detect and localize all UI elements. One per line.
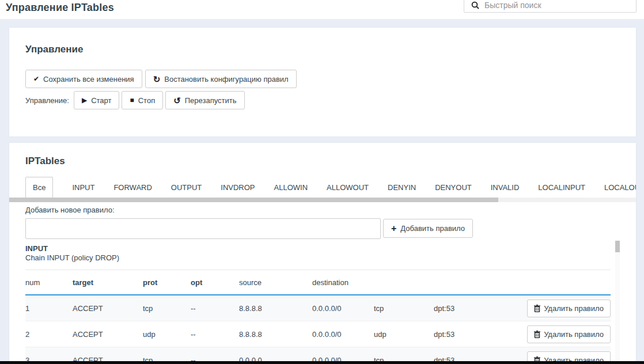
cell-num: 2 — [25, 330, 73, 339]
bottom-edge-bar — [0, 361, 644, 364]
quick-search-box[interactable] — [464, 0, 637, 13]
chain-tabs: Все INPUT FORWARD OUTPUT INVDROP ALLOWIN… — [25, 177, 636, 198]
start-label: Старт — [91, 96, 111, 105]
cell-target: ACCEPT — [73, 304, 143, 313]
cell-destination: 0.0.0.0/0 — [312, 304, 374, 313]
cell-extra-prot: tcp — [374, 304, 434, 313]
iptables-card-title: IPTables — [25, 156, 636, 167]
cell-opt: -- — [191, 330, 239, 339]
rules-table: INPUT Chain INPUT (policy DROP) num targ… — [25, 244, 611, 364]
chain-name: INPUT — [25, 244, 611, 253]
save-all-label: Сохранить все изменения — [43, 75, 134, 84]
add-rule-button[interactable]: + Добавить правило — [383, 219, 473, 238]
chain-info: Chain INPUT (policy DROP) — [25, 253, 611, 263]
cell-prot: udp — [143, 330, 191, 339]
cell-extra-port: dpt:53 — [434, 304, 526, 313]
restore-config-button[interactable]: ↻ Востановить конфигурацию правил — [145, 70, 297, 88]
control-label: Управление: — [25, 96, 69, 105]
tab-localoutput[interactable]: LOCALOUTPUT — [604, 183, 636, 192]
tab-output[interactable]: OUTPUT — [171, 183, 202, 192]
search-icon — [471, 1, 479, 9]
table-row: 1 ACCEPT tcp -- 8.8.8.8 0.0.0.0/0 tcp dp… — [25, 295, 611, 321]
table-vertical-scrollbar[interactable] — [615, 240, 620, 364]
cell-extra-prot: udp — [374, 330, 434, 339]
tabs-scrollbar-thumb[interactable] — [9, 198, 498, 202]
tab-allowout[interactable]: ALLOWOUT — [327, 183, 369, 192]
trash-icon — [534, 305, 540, 312]
quick-search-input[interactable] — [484, 0, 630, 10]
tab-all[interactable]: Все — [25, 177, 53, 198]
tab-forward[interactable]: FORWARD — [113, 183, 151, 192]
restart-icon: ↺ — [173, 96, 181, 105]
table-scrollbar-thumb[interactable] — [615, 241, 620, 252]
stop-button[interactable]: ■ Стоп — [122, 91, 163, 109]
cell-target: ACCEPT — [73, 330, 143, 339]
refresh-icon: ↻ — [153, 75, 161, 84]
table-header-row: num target prot opt source destination — [25, 270, 611, 295]
col-target: target — [73, 278, 143, 287]
start-button[interactable]: ▶ Старт — [74, 91, 120, 109]
restore-config-label: Востановить конфигурацию правил — [164, 75, 288, 84]
save-all-button[interactable]: ✔ Сохранить все изменения — [25, 70, 142, 88]
tabs-horizontal-scrollbar[interactable] — [9, 198, 636, 202]
delete-rule-button[interactable]: Удалить правило — [527, 325, 611, 343]
tab-invdrop[interactable]: INVDROP — [221, 183, 255, 192]
tab-input[interactable]: INPUT — [72, 183, 94, 192]
col-source: source — [239, 278, 312, 287]
management-card: Управление ✔ Сохранить все изменения ↻ В… — [9, 28, 636, 136]
tab-denyout[interactable]: DENYOUT — [435, 183, 472, 192]
cell-num: 1 — [25, 304, 73, 313]
table-row: 2 ACCEPT udp -- 8.8.8.8 0.0.0.0/0 udp dp… — [25, 321, 611, 347]
cell-source: 8.8.8.8 — [239, 330, 312, 339]
tab-denyin[interactable]: DENYIN — [388, 183, 416, 192]
add-rule-label: Добавить новое правило: — [25, 206, 636, 214]
col-destination: destination — [312, 278, 374, 287]
page-title: Управление IPTables — [6, 2, 114, 14]
tab-localinput[interactable]: LOCALINPUT — [538, 183, 585, 192]
trash-icon — [534, 331, 540, 338]
delete-rule-label: Удалить правило — [544, 330, 604, 339]
plus-icon: + — [391, 224, 396, 233]
add-rule-button-label: Добавить правило — [400, 224, 465, 233]
cell-prot: tcp — [143, 304, 191, 313]
new-rule-input[interactable] — [25, 218, 381, 239]
cell-extra-port: dpt:53 — [434, 330, 526, 339]
play-icon: ▶ — [82, 97, 87, 104]
stop-icon: ■ — [130, 97, 134, 104]
stop-label: Стоп — [138, 96, 155, 105]
tab-invalid[interactable]: INVALID — [491, 183, 520, 192]
col-opt: opt — [191, 278, 239, 287]
cell-opt: -- — [191, 304, 239, 313]
cell-destination: 0.0.0.0/0 — [312, 330, 374, 339]
restart-label: Перезапустить — [185, 96, 237, 105]
col-num: num — [25, 278, 73, 287]
delete-rule-label: Удалить правило — [544, 304, 604, 313]
delete-rule-button[interactable]: Удалить правило — [527, 299, 611, 317]
management-card-title: Управление — [25, 44, 636, 55]
restart-button[interactable]: ↺ Перезапустить — [165, 91, 244, 109]
cell-source: 8.8.8.8 — [239, 304, 312, 313]
tab-allowin[interactable]: ALLOWIN — [274, 183, 308, 192]
iptables-card: IPTables Все INPUT FORWARD OUTPUT INVDRO… — [9, 143, 636, 364]
check-icon: ✔ — [33, 75, 39, 82]
col-prot: prot — [143, 278, 191, 287]
